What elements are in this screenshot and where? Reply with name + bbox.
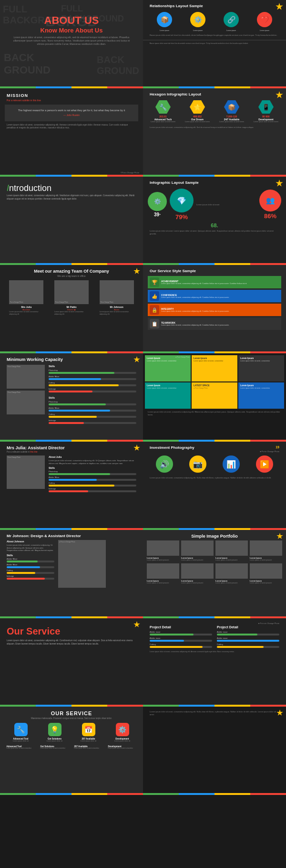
julia-skill-2: Adobe Muse <box>49 476 136 481</box>
capacity-title: Minimum Working Capacity <box>0 353 143 365</box>
portfolio-desc-5: Lorem ipsum of amet posuere <box>147 582 179 584</box>
color-bar-ourservice-big <box>0 793 143 795</box>
slide-infographic: Infographic Layout Sample ⚙️ 39· 💎 79% L… <box>143 177 286 265</box>
johnson-left: About Johnson Lorem ipsum dolor sit amet… <box>7 540 54 588</box>
mission-author: — John Ruskin <box>10 114 133 117</box>
page-wrapper: FULLBACKGROUND FULLBACKGROUND BACKGROUND… <box>0 0 286 795</box>
color-bar-last <box>143 793 286 795</box>
about-body: Lorem ipsum dolor sit amet, consectetur … <box>0 36 143 46</box>
skill-photoshop: Photoshop <box>49 369 136 374</box>
slide-last: Lorem ipsum dolor sit amet, consectetur … <box>143 707 286 795</box>
invest-title: Investment Photography <box>143 442 286 451</box>
skill-bar-bg-photoshop <box>49 372 136 374</box>
rel-circle-3: 🔗 <box>224 12 239 27</box>
julia-right: About Julia Lorem ipsum dolor sit amet, … <box>49 455 136 492</box>
invest-icon-3: 📊 <box>223 455 240 473</box>
grid-desc-3: Lorem ipsum dolor sit amet, consectetur <box>240 360 282 362</box>
team-desc-2: Lorem ipsum dolor sit amet consectetur a… <box>54 311 89 315</box>
proj-skill-3a: Coding <box>150 643 212 648</box>
row-3: IIntroductionntroduction Lorem ipsum dol… <box>0 177 286 265</box>
service-desc-icon-3: Lorem ipsum dolor sit <box>75 740 102 742</box>
portfolio-item-6: Lorem Ipsum Lorem ipsum of amet posuere <box>181 563 214 584</box>
service-icon-3: 🔒 <box>150 305 159 315</box>
slide-project: ►Put a to Change Photo Project Detail Ad… <box>143 618 286 707</box>
portfolio-item-8: Lorem Ipsum Lorem ipsum of amet posuere <box>250 563 282 584</box>
julia-skill-4: Indesign <box>49 487 136 492</box>
team-member-1: Put a Change Photo Mrs Julia Assistant L… <box>9 280 43 315</box>
skill-photoshop-2: Photoshop <box>49 401 136 405</box>
row-9: OUR SERVICE Maecenas malesuada. Praesent… <box>0 707 286 795</box>
rel-circles: 📦 ⚙️ 🔗 ❤️ <box>143 10 286 29</box>
portfolio-desc-3: Lorem ipsum of amet posuere <box>215 559 248 561</box>
slide-relationships: Relationships Layout Sample 📦 ⚙️ 🔗 ❤️ Lo… <box>143 0 286 88</box>
grid-label-5: LATEST SPACE <box>194 384 235 387</box>
ourservice-more-items: Advanced Tool Lorem ipsum dolor sit amet… <box>0 745 143 750</box>
capacity-photo-1: Put a Change Photo <box>7 365 45 389</box>
skill-indesign-2: Indesign <box>49 419 136 424</box>
proj-skill-1b: Adobe muse <box>217 631 279 635</box>
service-desc-1: Lorem ipsum dolor sit amet, consectetur … <box>161 283 247 285</box>
grid-label-2: Lorem Ipsum <box>194 357 235 360</box>
julia-skill-1: Photoshop <box>49 470 136 475</box>
service-desc-4: Lorem ipsum dolor sit amet, consectetur … <box>161 324 229 327</box>
infographic-title: Infographic Layout Sample <box>143 177 286 187</box>
skills-label-2: Skills <box>49 396 136 399</box>
service-item-6: Get Solutions Lorem ipsum dolor sit amet… <box>41 745 69 750</box>
grid-label-4: Lorem Ipsum <box>147 384 189 387</box>
slide-about: FULLBACKGROUND FULLBACKGROUND BACKGROUND… <box>0 0 143 88</box>
johnson-skill-4: Indesign <box>7 575 54 580</box>
service-item-4: ⚙️ Development Lorem ipsum dolor sit <box>109 723 135 742</box>
skill-bar-bg-coding <box>49 384 136 386</box>
rel-label-3: Lorem ipsum <box>222 30 241 32</box>
team-title: Meet our amazing Team Of Company <box>0 265 143 275</box>
grid-cell-3: Lorem Ipsum Lorem ipsum dolor sit amet, … <box>238 355 284 381</box>
project-col-2: Project Detail Adobe muse Adobe muse <box>217 625 279 648</box>
rel-labels: Lorem ipsum Lorem ipsum Lorem ipsum Lore… <box>143 29 286 33</box>
service-content-3: INTEGRITY Lorem ipsum dolor sit amet, co… <box>161 307 229 313</box>
julia-skills-label: Skills <box>49 466 136 469</box>
service-row-2: 👍 CONFIDENCE Lorem ipsum dolor sit amet,… <box>148 290 281 302</box>
row-4: Meet our amazing Team Of Company We are … <box>0 265 286 353</box>
hex-icon-3: 📦 <box>224 100 239 114</box>
johnson-skills-label: Skills <box>7 554 54 557</box>
team-desc-3: Lorem ipsum dolor sit amet consectetur a… <box>100 311 134 315</box>
our-service-title: Our Service <box>0 618 143 639</box>
service-row-3: 🔒 INTEGRITY Lorem ipsum dolor sit amet, … <box>148 304 281 316</box>
hex-item-4: 📱 80 900 Development Lorem ipsum dolor s… <box>253 100 279 123</box>
hex-icon-2: ⭐ <box>190 100 205 114</box>
slide-hexagon: Hexagon Infographic Layout 🔧 202.01 Adva… <box>143 88 286 177</box>
gear-circle-3: 👥 <box>259 190 281 212</box>
skill-name-indesign: Indesign <box>49 388 136 390</box>
service-sub-6: Lorem ipsum dolor sit amet consectetur <box>41 748 69 750</box>
invest-icons: 🔊 📷 📊 ▶️ <box>143 451 286 475</box>
rel-desc: Bacon ipsum dolor amet tail short loin d… <box>143 33 286 39</box>
gear-circle-1: ⚙️ <box>148 192 167 211</box>
hex-title: Hexagon Infographic Layout <box>143 88 286 98</box>
row-6: Mrs Julia: Assistant Director Put a rele… <box>0 442 286 530</box>
portfolio-img-3 <box>215 540 248 556</box>
percent-79: 79% <box>170 213 194 221</box>
portfolio-img-2 <box>181 540 214 556</box>
team-photo-label-2: Put a Change Photo <box>55 301 68 303</box>
skill-bar-bg-indesign <box>49 391 136 392</box>
rel-circle-1: 📦 <box>157 12 172 27</box>
grid-cell-1: Lorem Ipsum ►Put a Change Photo Lorem ip… <box>145 355 191 381</box>
grid-footer: Lorem ipsum dolor sit amet, consectetur … <box>143 410 286 417</box>
invest-icon-4: ▶️ <box>256 455 273 473</box>
project-col-1: Project Detail Adobe muse Adobe muse <box>150 625 212 648</box>
rel-label-1: Lorem ipsum <box>155 30 174 32</box>
ourservice-big-title: OUR SERVICE <box>0 707 143 717</box>
row-7: Mr Johnson: Design & Assistant Director … <box>0 530 286 618</box>
grid-cell-4: Lorem Ipsum Lorem ipsum dolor sit amet, … <box>145 382 191 409</box>
johnson-content: About Johnson Lorem ipsum dolor sit amet… <box>0 540 143 588</box>
portfolio-item-7: Lorem Ipsum Lorem ipsum of amet posuere <box>215 563 248 584</box>
mission-watermark: ©Put a Change Photo <box>121 171 139 174</box>
julia-skill-3: Coding <box>49 482 136 487</box>
skills-label-1: Skills <box>49 365 136 368</box>
hex-icon-1: 🔧 <box>155 100 171 114</box>
johnson-desc: Lorem ipsum dolor sit amet, consectetur … <box>7 544 54 552</box>
project-content: Project Detail Adobe muse Adobe muse <box>143 625 286 648</box>
mission-title: MISSION <box>0 88 143 99</box>
portfolio-item-3: Lorem Ipsum Lorem ipsum of amet posuere <box>215 540 248 561</box>
skill-fill-coding <box>49 384 119 386</box>
